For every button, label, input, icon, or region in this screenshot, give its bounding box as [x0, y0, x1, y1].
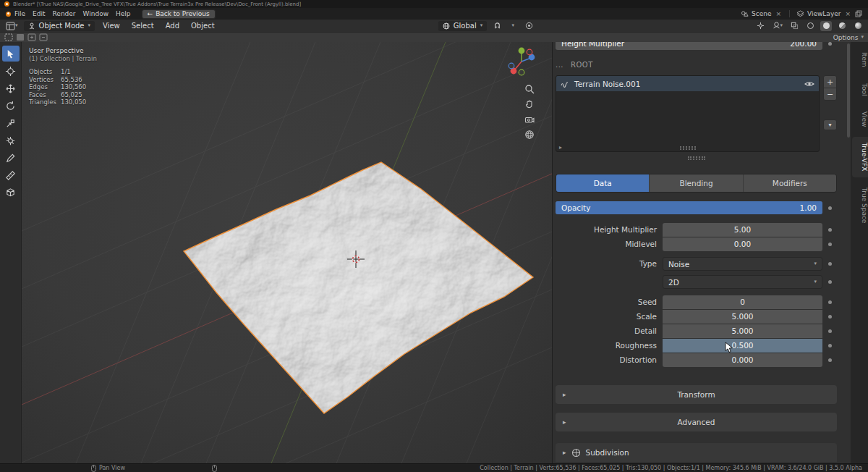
- add-layer-button[interactable]: +: [823, 75, 837, 88]
- list-item[interactable]: Terrain Noise.001: [556, 76, 819, 91]
- gizmo-x-axis-neg[interactable]: [527, 49, 532, 55]
- animate-dot[interactable]: [828, 329, 832, 333]
- animate-dot[interactable]: [828, 228, 832, 232]
- noise-type-dropdown[interactable]: Noise ▾: [663, 257, 822, 271]
- xray-toggle-button[interactable]: [788, 21, 800, 31]
- roughness-field[interactable]: 0.500: [663, 339, 822, 353]
- animate-dot[interactable]: [828, 262, 832, 266]
- animate-dot[interactable]: [828, 280, 832, 284]
- 3d-viewport[interactable]: User Perspective (1) Collection | Terrai…: [22, 42, 552, 463]
- gizmo-y-axis[interactable]: [519, 48, 525, 54]
- list-expand-icon[interactable]: ▸: [559, 144, 562, 151]
- menu-edit[interactable]: Edit: [29, 10, 48, 17]
- shading-rendered-button[interactable]: [852, 21, 864, 31]
- advanced-section[interactable]: ▸ Advanced: [556, 413, 837, 431]
- blender-menu-icon[interactable]: [6, 12, 11, 17]
- menu-render[interactable]: Render: [49, 10, 80, 17]
- animate-dot[interactable]: [828, 358, 832, 362]
- menu-add[interactable]: Add: [162, 22, 183, 30]
- sidebar-scrollbar[interactable]: [847, 43, 850, 138]
- tab-true-vfx[interactable]: True-VFX: [852, 137, 868, 177]
- annotate-tool[interactable]: [2, 150, 20, 166]
- transform-tool[interactable]: [2, 132, 20, 148]
- gizmo-z-axis-neg[interactable]: [509, 63, 514, 69]
- camera-view-icon[interactable]: [524, 114, 535, 125]
- panel-resize-grip[interactable]: [688, 156, 705, 160]
- seed-field[interactable]: 0: [663, 295, 822, 309]
- mode-dropdown[interactable]: Object Mode ▾: [24, 21, 95, 31]
- add-primitive-tool[interactable]: [2, 185, 20, 201]
- height-multiplier-field[interactable]: 5.00: [663, 223, 822, 237]
- measure-tool[interactable]: [2, 167, 20, 183]
- breadcrumb-ellipsis[interactable]: ...: [556, 61, 563, 69]
- move-tool[interactable]: [2, 80, 20, 96]
- shading-solid-button[interactable]: [820, 21, 832, 31]
- distortion-field[interactable]: 0.000: [663, 353, 822, 367]
- midlevel-field[interactable]: 0.00: [663, 237, 822, 251]
- select-mode-subtract-icon[interactable]: [39, 33, 48, 41]
- tab-tool[interactable]: Tool: [852, 77, 868, 101]
- menu-select[interactable]: Select: [128, 22, 158, 30]
- tab-blending[interactable]: Blending: [650, 174, 743, 192]
- list-resize-grip[interactable]: [680, 146, 696, 150]
- viewlayer-remove-icon[interactable]: ×: [843, 10, 852, 17]
- shading-material-button[interactable]: [836, 21, 848, 31]
- shading-wireframe-button[interactable]: [804, 21, 816, 31]
- menu-window[interactable]: Window: [80, 10, 113, 17]
- tab-modifiers[interactable]: Modifiers: [744, 174, 836, 192]
- select-mode-new-icon[interactable]: [16, 33, 25, 41]
- scene-unlink-icon[interactable]: ×: [774, 10, 783, 17]
- select-mode-add-icon[interactable]: [27, 33, 36, 41]
- pan-hand-icon[interactable]: [524, 99, 535, 109]
- tab-item[interactable]: Item: [852, 46, 868, 73]
- animate-dot[interactable]: [828, 344, 832, 347]
- scale-field[interactable]: 5.000: [663, 310, 822, 324]
- root-height-multiplier-slider[interactable]: Height Multiplier 200.00: [556, 42, 822, 50]
- gizmo-y-axis-neg[interactable]: [519, 69, 524, 75]
- show-gizmo-button[interactable]: [755, 21, 767, 31]
- tab-data[interactable]: Data: [556, 174, 650, 192]
- navigation-gizmo[interactable]: [506, 46, 537, 77]
- subdivision-section[interactable]: ▸ Subdivision: [556, 443, 837, 462]
- new-viewlayer-icon[interactable]: [855, 10, 862, 17]
- back-to-previous-button[interactable]: ← Back to Previous: [142, 9, 216, 19]
- active-tool-icon[interactable]: [4, 33, 13, 41]
- terrain-mesh[interactable]: [184, 162, 533, 413]
- menu-object[interactable]: Object: [187, 22, 218, 30]
- menu-view[interactable]: View: [99, 22, 124, 30]
- dimension-dropdown[interactable]: 2D ▾: [663, 275, 822, 289]
- snap-settings-dropdown[interactable]: ▾: [507, 21, 519, 31]
- view-perspective-label: User Perspective: [29, 47, 97, 55]
- select-box-tool[interactable]: [2, 46, 20, 62]
- menu-file[interactable]: File: [11, 10, 29, 17]
- layer-listbox[interactable]: Terrain Noise.001 ▸: [556, 75, 820, 152]
- transform-section[interactable]: ▸ Transform: [556, 385, 837, 404]
- rotate-tool[interactable]: [2, 98, 20, 114]
- animate-dot[interactable]: [828, 315, 832, 319]
- tab-view[interactable]: View: [852, 106, 868, 132]
- tab-true-space[interactable]: True Space: [852, 182, 868, 229]
- options-dropdown[interactable]: Options ▾: [833, 34, 864, 41]
- animate-dot[interactable]: [828, 243, 832, 246]
- overlays-dropdown[interactable]: ▾: [771, 21, 785, 31]
- snap-toggle-button[interactable]: [491, 21, 503, 31]
- scene-selector[interactable]: Scene: [752, 10, 771, 17]
- viewport-toolbar: [0, 42, 22, 463]
- toggle-grid-icon[interactable]: [524, 130, 535, 140]
- transform-orientation-dropdown[interactable]: Global ▾: [438, 21, 487, 31]
- viewlayer-selector[interactable]: ViewLayer: [807, 10, 841, 17]
- animate-dot[interactable]: [828, 300, 832, 304]
- proportional-edit-button[interactable]: [523, 21, 535, 31]
- editor-type-button[interactable]: ▾: [4, 21, 20, 31]
- animate-dot[interactable]: [828, 42, 832, 46]
- layer-specials-menu-button[interactable]: ▾: [823, 119, 837, 130]
- cursor-tool[interactable]: [2, 63, 20, 79]
- visibility-eye-icon[interactable]: [804, 80, 814, 88]
- scale-tool[interactable]: [2, 115, 20, 131]
- remove-layer-button[interactable]: −: [823, 88, 837, 101]
- menu-help[interactable]: Help: [112, 10, 135, 17]
- opacity-slider[interactable]: Opacity 1.00: [556, 201, 822, 214]
- detail-field[interactable]: 5.000: [663, 324, 822, 338]
- zoom-icon[interactable]: [524, 84, 535, 94]
- animate-dot[interactable]: [828, 206, 832, 210]
